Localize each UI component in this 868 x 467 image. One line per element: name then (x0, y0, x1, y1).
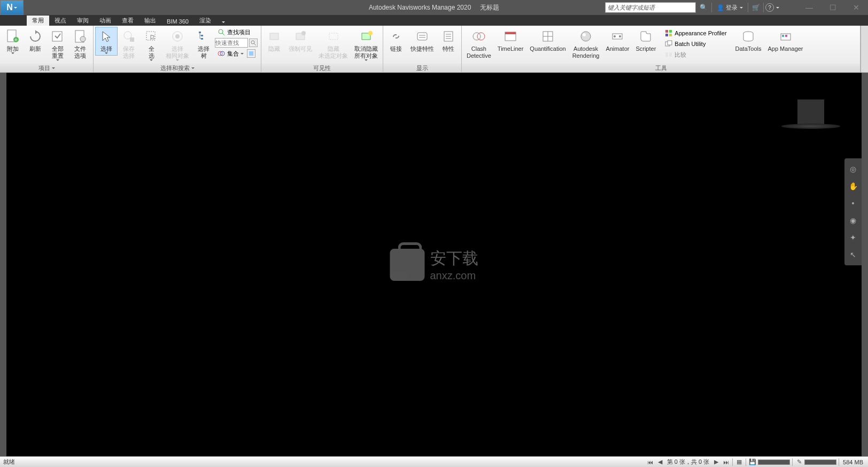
select-same-button[interactable]: 选择 相同对象 (162, 27, 192, 63)
left-dock-panel[interactable] (0, 73, 6, 456)
quantification-button[interactable]: Quantification (526, 27, 569, 54)
appearance-profiler-button[interactable]: Appearance Profiler (662, 28, 728, 39)
cart-icon[interactable]: 🛒 (750, 2, 762, 13)
svg-point-29 (368, 31, 373, 35)
quick-properties-button[interactable]: 快捷特性 (407, 27, 437, 54)
memory-usage: 584 MB (841, 459, 865, 465)
svg-rect-50 (669, 30, 672, 33)
quick-find-field[interactable] (215, 38, 248, 48)
tab-view[interactable]: 查看 (117, 16, 139, 26)
require-label: 强制可见 (289, 45, 312, 52)
svg-point-44 (581, 32, 591, 41)
svg-point-38 (477, 33, 485, 40)
properties-button[interactable]: 特性 (437, 27, 460, 54)
refresh-label: 刷新 (29, 45, 41, 52)
clash-icon (471, 28, 487, 44)
sets-button[interactable]: 集合 (215, 48, 259, 59)
svg-rect-23 (249, 51, 253, 56)
tab-home[interactable]: 常用 (27, 16, 49, 26)
save-selection-button[interactable]: 保存 选择 (118, 27, 140, 61)
refresh-button[interactable]: 刷新 (24, 27, 46, 54)
orbit-icon[interactable]: ◉ (844, 212, 862, 229)
animator-button[interactable]: Animator (602, 27, 632, 54)
select-label: 选择 (100, 45, 112, 52)
unhide-all-button[interactable]: 取消隐藏 所有对象 (351, 27, 381, 63)
links-label: 链接 (390, 45, 402, 52)
selection-tree-button[interactable]: 选择 树 (192, 27, 215, 61)
quick-find-input[interactable] (215, 37, 259, 48)
require-button[interactable]: 强制可见 (285, 27, 315, 54)
links-button[interactable]: 链接 (385, 27, 407, 54)
hide-button[interactable]: 隐藏 (263, 27, 285, 54)
app-name: Autodesk Navisworks Manage 2020 (369, 4, 471, 11)
datatools-button[interactable]: DataTools (732, 27, 765, 54)
right-dock-panel[interactable] (862, 73, 868, 456)
select-button[interactable]: 选择 (95, 27, 118, 56)
sheet-last-icon[interactable]: ⏭ (722, 458, 730, 466)
timeliner-button[interactable]: TimeLiner (494, 27, 527, 54)
maximize-button[interactable]: ☐ (821, 0, 844, 15)
tab-visibility-icon[interactable] (216, 18, 229, 26)
rendering-label: Autodesk Rendering (572, 45, 600, 59)
app-menu-icon[interactable]: N (0, 0, 24, 15)
grid-icon[interactable]: ▦ (735, 458, 743, 466)
tab-review[interactable]: 审阅 (72, 16, 94, 26)
watermark-sub: anxz.com (430, 270, 478, 282)
login-button[interactable]: 👤 登录 (717, 4, 743, 12)
disk-icon[interactable]: 💾 (748, 458, 757, 466)
reset-all-button[interactable]: 全部 重置 (46, 27, 69, 63)
close-button[interactable]: ✕ (844, 0, 868, 15)
sheet-first-icon[interactable]: ⏮ (646, 458, 655, 466)
quantification-icon (540, 28, 556, 44)
scripter-button[interactable]: Scripter (632, 27, 659, 54)
compare-icon (664, 50, 673, 59)
help-icon[interactable]: ? (765, 3, 774, 12)
group-title-select: 选择和搜索 (94, 64, 261, 72)
hide-unselected-button[interactable]: 隐藏 未选定对象 (315, 27, 351, 61)
svg-point-13 (175, 34, 180, 39)
file-options-button[interactable]: 文件 选项 (69, 27, 91, 61)
svg-point-26 (301, 31, 306, 35)
tab-animation[interactable]: 动画 (94, 16, 117, 26)
svg-rect-14 (199, 32, 201, 33)
batch-utility-button[interactable]: Batch Utility (662, 39, 728, 49)
tab-viewpoint[interactable]: 视点 (49, 16, 72, 26)
quantification-label: Quantification (530, 45, 565, 52)
find-label: 查找项目 (227, 28, 251, 36)
svg-rect-54 (668, 41, 672, 45)
hide-unselected-label: 隐藏 未选定对象 (319, 45, 348, 59)
minimize-button[interactable]: — (797, 0, 821, 15)
svg-point-47 (614, 35, 616, 37)
svg-rect-52 (669, 34, 672, 36)
quick-find-go-icon[interactable] (249, 39, 258, 47)
sets-manage-icon[interactable] (247, 49, 255, 58)
3d-viewport[interactable]: 安下载 anxz.com ◎ ✋ • ◉ ✦ ↖ (6, 73, 862, 456)
zoom-icon[interactable]: • (844, 195, 862, 212)
select-nav-icon[interactable]: ↖ (844, 246, 862, 263)
navigation-bar: ◎ ✋ • ◉ ✦ ↖ (844, 158, 862, 265)
links-icon (388, 28, 404, 44)
compare-button[interactable]: 比较 (662, 49, 728, 60)
tab-output[interactable]: 输出 (139, 16, 161, 26)
find-items-button[interactable]: 查找项目 (215, 27, 259, 37)
append-button[interactable]: + 附加 (2, 27, 24, 56)
pencil-icon[interactable]: ✎ (795, 458, 803, 466)
clash-detective-button[interactable]: Clash Detective (463, 27, 494, 61)
sheet-prev-icon[interactable]: ◀ (656, 458, 664, 466)
app-manager-button[interactable]: App Manager (764, 27, 806, 54)
datatools-icon (740, 28, 756, 44)
svg-rect-59 (782, 35, 784, 37)
pan-icon[interactable]: ✋ (844, 178, 862, 195)
search-input[interactable]: 键入关键字或短语 (605, 2, 696, 13)
ribbon-collapse-handle[interactable] (861, 26, 868, 72)
tab-bim360[interactable]: BIM 360 (161, 17, 194, 26)
tab-render[interactable]: 渲染 (194, 16, 216, 26)
steering-wheel-icon[interactable]: ◎ (844, 160, 862, 178)
look-icon[interactable]: ✦ (844, 229, 862, 246)
autodesk-rendering-button[interactable]: Autodesk Rendering (569, 27, 603, 61)
select-all-button[interactable]: 全 选 (140, 27, 162, 63)
binoculars-icon[interactable]: 🔍 (698, 2, 710, 13)
app-manager-label: App Manager (768, 45, 803, 52)
view-cube[interactable] (781, 99, 840, 158)
sheet-next-icon[interactable]: ▶ (712, 458, 720, 466)
